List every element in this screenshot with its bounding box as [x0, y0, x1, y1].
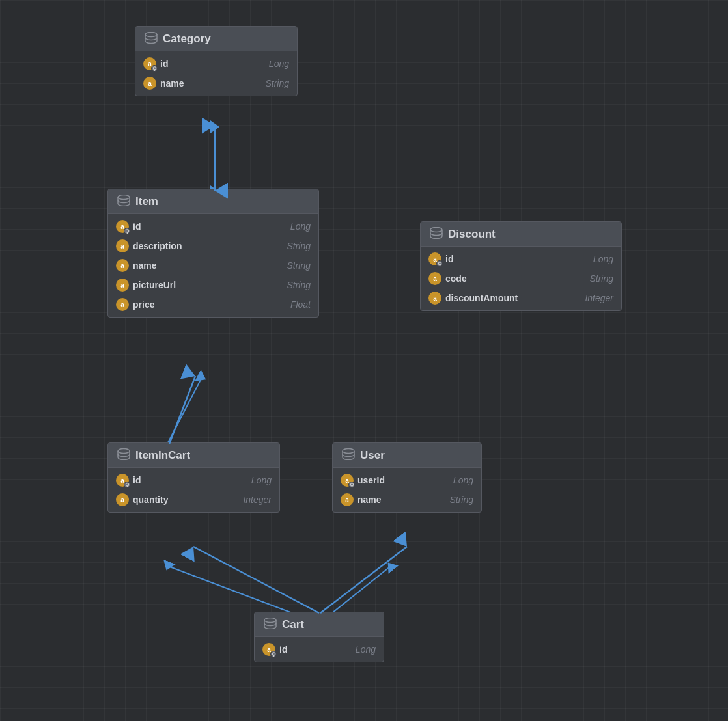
field-row: a id Long [135, 54, 297, 74]
field-type: String [265, 78, 289, 88]
entity-itemincart-title: ItemInCart [135, 449, 190, 462]
field-type: Long [356, 644, 376, 655]
entity-itemincart-fields: a id Long a quantity Integer [108, 468, 279, 512]
database-icon [342, 448, 355, 462]
svg-rect-5 [154, 69, 154, 71]
field-name: name [160, 78, 261, 88]
database-icon [145, 32, 158, 46]
field-row: a id Long [108, 217, 318, 236]
field-name: id [279, 644, 352, 655]
field-row: a price Float [108, 295, 318, 314]
field-badge: a [428, 292, 441, 305]
svg-rect-14 [126, 485, 127, 487]
field-type: String [287, 241, 311, 251]
key-icon [270, 651, 277, 657]
entity-category-title: Category [163, 33, 211, 46]
entity-user-fields: a userId Long a name String [333, 468, 481, 512]
database-icon [117, 448, 130, 462]
field-row: a name String [135, 74, 297, 93]
field-type: String [287, 280, 311, 290]
svg-point-9 [430, 228, 442, 232]
field-name: pictureUrl [133, 280, 283, 290]
field-badge: a [116, 259, 129, 272]
field-badge: a [116, 298, 129, 311]
key-icon [348, 482, 355, 488]
field-badge: a [341, 493, 354, 506]
svg-rect-20 [273, 655, 273, 657]
entity-category-header: Category [135, 27, 297, 51]
field-badge: a [262, 643, 275, 656]
field-badge-id: a [143, 57, 156, 70]
field-name: userId [357, 475, 449, 485]
field-row: a id Long [421, 249, 621, 269]
field-name: discountAmount [445, 293, 581, 303]
svg-point-15 [343, 449, 354, 454]
field-badge: a [116, 493, 129, 506]
entity-item-header: Item [108, 189, 318, 214]
field-badge: a [116, 239, 129, 252]
field-type: String [287, 260, 311, 271]
entity-category-fields: a id Long a name String [135, 51, 297, 96]
svg-rect-11 [439, 264, 440, 266]
database-icon [264, 618, 277, 631]
key-icon [124, 482, 130, 488]
field-row: a description String [108, 236, 318, 256]
entity-discount-header: Discount [421, 222, 621, 247]
field-type: Long [269, 59, 289, 69]
entity-discount-title: Discount [448, 228, 496, 241]
field-name: name [357, 495, 445, 505]
field-name: id [160, 59, 265, 69]
field-row: a name String [333, 490, 481, 510]
field-row: a id Long [108, 470, 279, 490]
entity-cart-fields: a id Long [255, 637, 384, 662]
entity-discount: Discount a id Long a code String a disco… [420, 221, 622, 311]
field-badge: a [428, 252, 441, 265]
field-type: Long [251, 475, 272, 485]
field-badge-name: a [143, 77, 156, 90]
entity-item: Item a id Long a description String a na… [107, 189, 319, 318]
field-name: id [445, 254, 589, 264]
field-name: price [133, 299, 287, 310]
svg-rect-17 [351, 485, 352, 487]
field-type: Long [453, 475, 473, 485]
entity-category: Category a id Long a name String [135, 26, 298, 96]
field-type: String [589, 273, 613, 284]
entity-user-title: User [360, 449, 385, 462]
field-name: code [445, 273, 585, 284]
field-badge: a [341, 474, 354, 487]
svg-point-12 [118, 449, 130, 454]
field-row: a name String [108, 256, 318, 275]
field-badge: a [116, 279, 129, 292]
entity-item-fields: a id Long a description String a name St… [108, 214, 318, 317]
key-icon [124, 228, 130, 234]
svg-point-6 [118, 195, 130, 200]
svg-rect-8 [126, 232, 127, 234]
entity-itemincart: ItemInCart a id Long a quantity Integer [107, 442, 280, 513]
field-row: a code String [421, 269, 621, 288]
entity-cart: Cart a id Long [254, 612, 384, 662]
database-icon [117, 195, 130, 208]
svg-point-3 [145, 33, 157, 37]
key-icon [151, 65, 158, 72]
database-icon [430, 227, 443, 241]
field-name: id [133, 221, 287, 232]
field-type: Long [290, 221, 311, 232]
entity-itemincart-header: ItemInCart [108, 443, 279, 468]
conn-cart-itemincart [193, 547, 319, 613]
field-row: a quantity Integer [108, 490, 279, 510]
entity-cart-title: Cart [282, 618, 304, 631]
field-type: Float [290, 299, 311, 310]
field-type: Integer [585, 293, 613, 303]
svg-point-18 [264, 618, 276, 623]
key-icon [436, 260, 443, 267]
field-type: Integer [243, 495, 272, 505]
entity-user-header: User [333, 443, 481, 468]
field-name: quantity [133, 495, 239, 505]
field-name: name [133, 260, 283, 271]
entity-cart-header: Cart [255, 612, 384, 637]
field-type: Long [593, 254, 613, 264]
entity-user: User a userId Long a name String [332, 442, 482, 513]
field-badge: a [116, 474, 129, 487]
field-name: description [133, 241, 283, 251]
field-row: a id Long [255, 640, 384, 659]
